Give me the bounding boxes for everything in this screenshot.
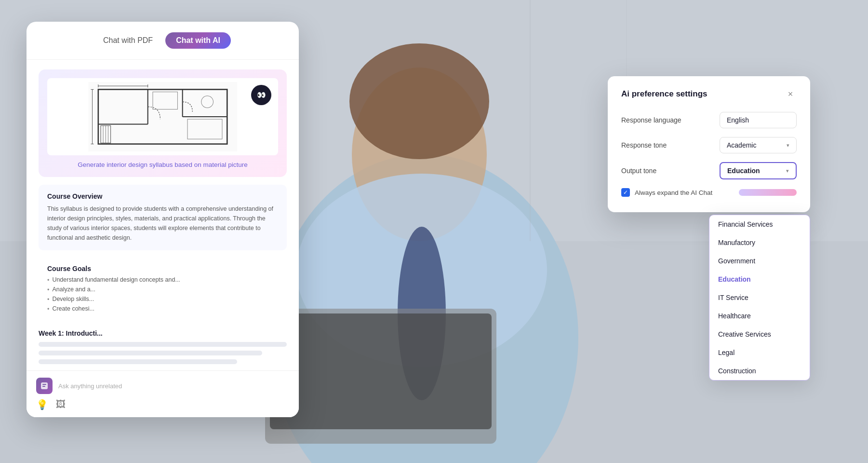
ai-avatar: 👀 bbox=[251, 85, 271, 105]
app-logo-icon bbox=[40, 381, 49, 390]
app-icon bbox=[36, 378, 53, 394]
checkbox-always-expand[interactable]: ✓ bbox=[621, 188, 630, 197]
chat-panel: Chat with PDF Chat with AI bbox=[27, 22, 299, 417]
svg-point-4 bbox=[349, 43, 489, 159]
tone-value: Academic bbox=[727, 141, 756, 149]
dropdown-item-manufactory[interactable]: Manufactory bbox=[709, 233, 810, 252]
dropdown-item-healthcare[interactable]: Healthcare bbox=[709, 307, 810, 325]
skeleton-line-2 bbox=[39, 351, 262, 355]
week-1-title: Week 1: Introducti... bbox=[39, 329, 287, 337]
bullet-2: • bbox=[47, 286, 49, 293]
setting-row-tone: Response tone Academic ▾ bbox=[621, 137, 797, 153]
dropdown-item-construction[interactable]: Construction bbox=[709, 362, 810, 380]
output-value: Education bbox=[727, 167, 760, 175]
skeleton-line-1 bbox=[39, 342, 287, 347]
bullet-3: • bbox=[47, 296, 49, 303]
dropdown-item-creative-services[interactable]: Creative Services bbox=[709, 325, 810, 343]
goal-text-4: Create cohesi... bbox=[52, 305, 94, 312]
course-goals-section: Course Goals • Understand fundamental de… bbox=[39, 257, 287, 323]
tone-label: Response tone bbox=[621, 141, 667, 149]
footer-icon-row: Ask anything unrelated bbox=[36, 378, 289, 394]
goal-item-1: • Understand fundamental design concepts… bbox=[47, 276, 278, 284]
lightbulb-icon[interactable]: 💡 bbox=[36, 399, 48, 410]
bullet-1: • bbox=[47, 277, 49, 284]
language-label: Response language bbox=[621, 116, 681, 124]
language-value[interactable]: English bbox=[720, 112, 797, 128]
output-label: Output tone bbox=[621, 167, 656, 175]
tab-pdf[interactable]: Chat with PDF bbox=[94, 32, 161, 49]
tone-chevron-icon: ▾ bbox=[787, 142, 789, 149]
setting-row-language: Response language English bbox=[621, 112, 797, 128]
output-tone-dropdown: Financial Services Manufactory Governmen… bbox=[709, 215, 810, 381]
chat-footer: Ask anything unrelated 💡 🖼 bbox=[27, 370, 299, 417]
svg-rect-8 bbox=[270, 313, 492, 429]
tone-select[interactable]: Academic ▾ bbox=[720, 137, 797, 153]
dropdown-item-it-service[interactable]: IT Service bbox=[709, 288, 810, 307]
checkbox-label: Always expand the AI Chat bbox=[635, 189, 712, 196]
checkbox-row: ✓ Always expand the AI Chat bbox=[621, 188, 797, 197]
output-chevron-icon: ▾ bbox=[786, 168, 789, 174]
chat-panel-header: Chat with PDF Chat with AI bbox=[27, 22, 299, 60]
settings-title: Ai preference settings bbox=[621, 89, 708, 99]
svg-rect-32 bbox=[42, 386, 45, 387]
output-select[interactable]: Education ▾ bbox=[720, 162, 797, 179]
footer-placeholder[interactable]: Ask anything unrelated bbox=[58, 382, 122, 390]
tab-ai[interactable]: Chat with AI bbox=[165, 32, 231, 49]
course-goals-title: Course Goals bbox=[47, 265, 278, 272]
course-overview-section: Course Overview This syllabus is designe… bbox=[39, 185, 287, 250]
dropdown-item-legal[interactable]: Legal bbox=[709, 343, 810, 362]
dropdown-item-government[interactable]: Government bbox=[709, 252, 810, 270]
blueprint-image: 👀 bbox=[47, 78, 278, 155]
chat-content-area: 👀 Generate interior design syllabus base… bbox=[27, 60, 299, 417]
blueprint-caption: Generate interior design syllabus based … bbox=[47, 161, 278, 168]
close-button[interactable]: × bbox=[784, 88, 797, 100]
dropdown-item-financial-services[interactable]: Financial Services bbox=[709, 215, 810, 233]
course-overview-text: This syllabus is designed to provide stu… bbox=[47, 204, 278, 243]
goal-text-2: Analyze and a... bbox=[52, 286, 95, 293]
floor-plan-svg bbox=[59, 82, 267, 151]
skeleton-line-3 bbox=[39, 359, 237, 364]
footer-tools: 💡 🖼 bbox=[36, 399, 289, 410]
dropdown-item-education[interactable]: Education bbox=[709, 270, 810, 288]
bullet-4: • bbox=[47, 306, 49, 313]
settings-header: Ai preference settings × bbox=[621, 88, 797, 100]
goal-text-1: Understand fundamental design concepts a… bbox=[52, 276, 180, 283]
course-overview-title: Course Overview bbox=[47, 192, 278, 200]
settings-panel: Ai preference settings × Response langua… bbox=[608, 76, 810, 212]
image-icon[interactable]: 🖼 bbox=[56, 399, 66, 410]
goal-text-3: Develop skills... bbox=[52, 296, 94, 302]
week-1-section: Week 1: Introducti... bbox=[39, 329, 287, 375]
goal-item-4: • Create cohesi... bbox=[47, 305, 278, 313]
setting-row-output: Output tone Education ▾ bbox=[621, 162, 797, 179]
blueprint-card: 👀 Generate interior design syllabus base… bbox=[39, 69, 287, 177]
gradient-bar bbox=[739, 189, 797, 196]
goal-item-2: • Analyze and a... bbox=[47, 286, 278, 293]
svg-rect-31 bbox=[42, 384, 46, 385]
goal-item-3: • Develop skills... bbox=[47, 296, 278, 303]
